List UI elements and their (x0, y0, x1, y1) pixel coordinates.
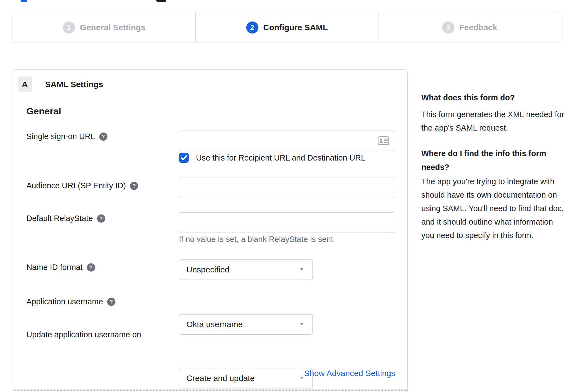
help-heading-where: Where do I find the info this form needs… (421, 147, 565, 174)
update-app-username-label-text: Update application username on (26, 330, 141, 339)
audience-uri-label: Audience URI (SP Entity ID) ? (26, 181, 138, 190)
step-configure-saml[interactable]: 2 Configure SAML (195, 12, 378, 43)
relaystate-helper-text: If no value is set, a blank RelayState i… (179, 235, 333, 244)
audience-uri-input[interactable] (179, 178, 395, 198)
help-paragraph-where: The app you're trying to integrate with … (421, 175, 565, 242)
application-username-select[interactable]: Okta username ▼ (179, 314, 313, 335)
step-2-label: Configure SAML (263, 23, 328, 32)
name-id-format-help-icon[interactable]: ? (87, 263, 95, 272)
audience-uri-label-text: Audience URI (SP Entity ID) (26, 181, 126, 190)
default-relaystate-label-text: Default RelayState (26, 214, 93, 223)
name-id-format-label-text: Name ID format (26, 263, 83, 272)
help-heading-what: What does this form do? (421, 91, 515, 104)
clipped-blue-logo-fragment (21, 0, 27, 2)
step-3-number-badge: 3 (442, 21, 454, 34)
sso-url-checkbox-row: Use this for Recipient URL and Destinati… (179, 153, 365, 163)
section-a-badge: A (18, 76, 32, 92)
panel-title: SAML Settings (45, 80, 103, 89)
name-id-format-value: Unspecified (186, 265, 230, 274)
wizard-stepper: 1 General Settings 2 Configure SAML 3 Fe… (13, 12, 561, 43)
update-app-username-label: Update application username on (26, 330, 141, 339)
step-feedback[interactable]: 3 Feedback (378, 12, 561, 43)
step-3-label: Feedback (459, 23, 497, 32)
name-id-format-select[interactable]: Unspecified ▼ (179, 260, 313, 280)
audience-uri-help-icon[interactable]: ? (130, 182, 138, 190)
clipped-dark-toggle-fragment (156, 0, 166, 2)
application-username-help-icon[interactable]: ? (107, 298, 115, 306)
sso-url-label: Single sign-on URL ? (26, 132, 107, 141)
step-2-number-badge: 2 (246, 21, 258, 34)
recipient-destination-checkbox[interactable] (179, 153, 189, 163)
step-1-number-badge: 1 (63, 21, 75, 34)
contact-card-icon[interactable] (378, 136, 389, 145)
step-1-label: General Settings (80, 23, 145, 32)
sso-url-help-icon[interactable]: ? (99, 132, 107, 141)
application-username-label-text: Application username (26, 297, 103, 306)
default-relaystate-input[interactable] (179, 212, 395, 233)
saml-settings-panel: A SAML Settings General Single sign-on U… (13, 69, 408, 392)
sso-url-input-wrap (179, 131, 395, 151)
checkmark-icon (181, 155, 187, 161)
general-section-heading: General (26, 106, 61, 117)
sso-url-label-text: Single sign-on URL (26, 132, 95, 141)
application-username-value: Okta username (186, 320, 243, 329)
default-relaystate-label: Default RelayState ? (26, 214, 105, 223)
sso-url-input[interactable] (179, 131, 395, 151)
section-dashed-divider (14, 390, 407, 391)
name-id-format-label: Name ID format ? (26, 263, 95, 272)
show-advanced-settings-link[interactable]: Show Advanced Settings (179, 369, 395, 378)
chevron-down-icon: ▼ (299, 267, 305, 272)
application-username-label: Application username ? (26, 297, 115, 306)
recipient-destination-checkbox-label: Use this for Recipient URL and Destinati… (196, 153, 365, 162)
default-relaystate-help-icon[interactable]: ? (97, 214, 105, 223)
chevron-down-icon: ▼ (299, 322, 305, 327)
help-paragraph-what: This form generates the XML needed for t… (421, 108, 565, 135)
step-general-settings[interactable]: 1 General Settings (13, 12, 195, 43)
